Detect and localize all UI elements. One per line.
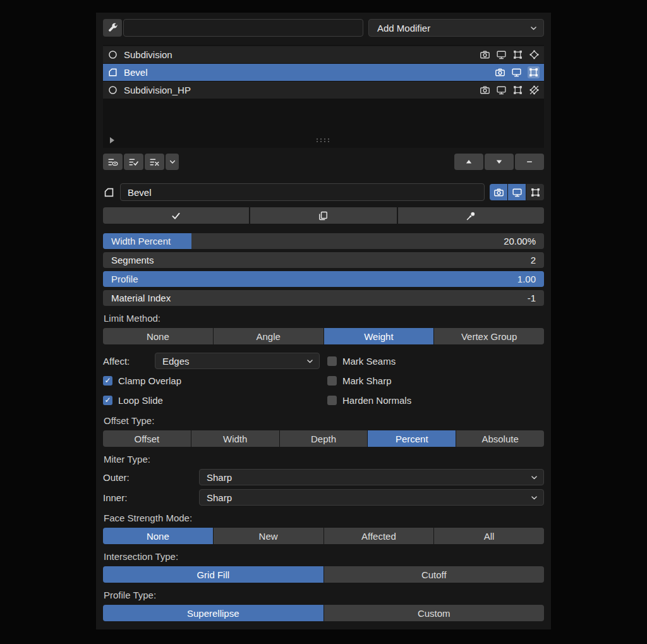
monitor-viewport-icon[interactable] [496,85,507,95]
inner-miter-row: Inner: Sharp [103,489,544,506]
editmode-icon [528,67,539,78]
face-strength-all[interactable]: All [434,528,544,544]
checkbox-box [327,396,337,405]
intersection-cutoff[interactable]: Cutoff [324,566,545,583]
remove-modifier-button[interactable] [515,154,544,170]
bevel-modifier-icon [103,186,115,198]
affect-label: Affect: [103,356,155,367]
cage-off-icon[interactable] [529,85,540,95]
face-strength-affected[interactable]: Affected [324,528,434,544]
profile-type-superellipse[interactable]: Superellipse [103,605,324,621]
outer-label: Outer: [103,472,199,483]
active-tool-button[interactable] [103,19,122,37]
modifier-name-input[interactable] [120,183,485,201]
move-up-button[interactable] [454,154,483,170]
check-icon: ✓ [104,376,111,385]
slider-fill [103,271,544,287]
header-row: Add Modifier [103,19,544,37]
face-strength-none[interactable]: None [103,528,213,544]
editmode-toggle-active[interactable] [528,66,540,78]
toggle-visibility-all-button[interactable] [103,154,123,170]
affect-row: Affect: Edges [103,353,320,369]
modifier-action-row [103,207,544,224]
wrench-icon [107,23,118,33]
limit-method-angle[interactable]: Angle [214,328,324,344]
field-value: -1 [528,293,536,303]
inner-miter-dropdown[interactable]: Sharp [199,489,544,506]
affect-dropdown[interactable]: Edges [155,353,320,369]
apply-modifier-button[interactable] [103,207,249,224]
camera-render-icon[interactable] [495,67,505,78]
monitor-viewport-icon[interactable] [511,67,522,78]
inner-label: Inner: [103,492,199,503]
move-down-button[interactable] [485,154,514,170]
triangle-up-icon [464,157,473,166]
row-visibility-icons [480,85,540,95]
apply-all-button[interactable] [124,154,143,170]
add-modifier-dropdown[interactable]: Add Modifier [368,19,544,37]
editmode-visibility-toggle[interactable] [526,184,544,200]
checkbox-label: Loop Slide [118,395,163,406]
offset-type-offset[interactable]: Offset [103,430,191,447]
profile-slider[interactable]: Profile 1.00 [103,271,544,287]
offset-type-percent[interactable]: Percent [368,430,456,447]
camera-render-icon[interactable] [480,49,490,60]
outer-miter-row: Outer: Sharp [103,469,544,485]
segments-field[interactable]: Segments 2 [103,252,544,268]
editmode-icon[interactable] [512,49,523,60]
offset-type-depth[interactable]: Depth [280,430,368,447]
pin-modifier-button[interactable] [398,207,544,224]
checkmark-icon [171,210,181,221]
duplicate-modifier-button[interactable] [250,207,396,224]
outer-miter-dropdown[interactable]: Sharp [199,469,544,485]
offset-type-width[interactable]: Width [191,430,279,447]
mark-sharp-checkbox[interactable]: Mark Sharp [327,375,392,386]
field-label: Material Index [111,293,171,303]
camera-render-icon[interactable] [480,85,490,95]
monitor-viewport-icon[interactable] [496,49,507,60]
list-toolbar [103,154,544,170]
limit-method-label: Limit Method: [104,313,543,324]
limit-method-none[interactable]: None [103,328,213,344]
checkbox-label: Mark Sharp [342,375,392,386]
modifier-row-bevel[interactable]: Bevel [103,64,544,81]
editmode-icon[interactable] [512,85,523,95]
cage-icon[interactable] [529,49,540,60]
editmode-icon [530,187,541,198]
batch-buttons [103,154,179,170]
limit-method-vertex-group[interactable]: Vertex Group [434,328,544,344]
profile-type-custom[interactable]: Custom [324,605,545,621]
clamp-overlap-checkbox[interactable]: ✓ Clamp Overlap [103,375,181,386]
harden-normals-checkbox[interactable]: Harden Normals [327,395,411,406]
x-list-icon [149,157,160,167]
limit-method-weight[interactable]: Weight [324,328,434,344]
render-visibility-toggle[interactable] [490,184,507,200]
checkbox-box: ✓ [103,376,112,386]
pin-icon [466,210,476,221]
face-strength-new[interactable]: New [214,528,324,544]
offset-type-absolute[interactable]: Absolute [456,430,544,447]
visibility-toggles [490,184,544,200]
inner-miter-value: Sharp [207,492,232,503]
checkbox-label: Mark Seams [342,356,396,367]
remove-all-button[interactable] [145,154,164,170]
modifier-row-name: Bevel [124,67,148,78]
resize-grip[interactable] [315,137,332,143]
offset-type-segmented: Offset Width Depth Percent Absolute [103,430,544,447]
field-label: Profile [111,274,138,284]
modifier-search-input[interactable] [123,19,363,37]
loop-slide-checkbox[interactable]: ✓ Loop Slide [103,395,163,406]
check-icon: ✓ [104,396,111,404]
modifier-row-subdivision-hp[interactable]: Subdivision_HP [103,82,544,99]
modifier-name-row [103,183,544,201]
viewport-visibility-toggle[interactable] [508,184,526,200]
material-index-field[interactable]: Material Index -1 [103,290,544,306]
modifier-row-subdivision[interactable]: Subdivision [103,46,544,63]
add-modifier-label: Add Modifier [377,23,430,33]
move-buttons [454,154,544,170]
mark-seams-checkbox[interactable]: Mark Seams [327,356,396,367]
width-percent-slider[interactable]: Width Percent 20.00% [103,233,544,249]
intersection-grid-fill[interactable]: Grid Fill [103,566,324,583]
list-extras-dropdown[interactable] [166,154,179,170]
expand-triangle-icon[interactable] [110,137,114,143]
